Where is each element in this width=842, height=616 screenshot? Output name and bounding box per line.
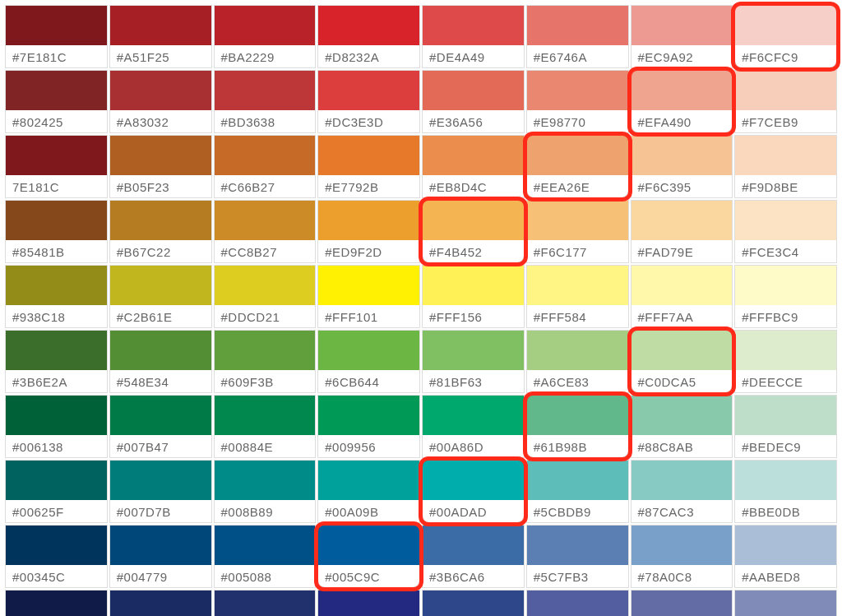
color-swatch[interactable]: #005088 [214, 525, 317, 588]
color-swatch[interactable]: #E6746A [526, 5, 629, 68]
color-swatch[interactable]: #21316E [214, 590, 317, 616]
color-swatch[interactable]: #FFF584 [526, 265, 629, 328]
color-hex-label: #FFF584 [527, 305, 628, 327]
color-swatch[interactable]: #938C18 [5, 265, 108, 328]
color-swatch[interactable]: #00ADAD [422, 460, 525, 523]
color-swatch[interactable]: #EEA26E [526, 135, 629, 198]
color-swatch[interactable]: #BBE0DB [734, 460, 837, 523]
color-swatch[interactable]: #A83032 [109, 70, 212, 133]
color-swatch[interactable]: #00625F [5, 460, 108, 523]
color-block [215, 526, 316, 565]
color-block [527, 396, 628, 435]
color-swatch[interactable]: #F9D8BE [734, 135, 837, 198]
color-swatch[interactable]: #00A86D [422, 395, 525, 458]
color-swatch[interactable]: #A51F25 [109, 5, 212, 68]
color-block [632, 6, 733, 45]
color-swatch[interactable]: #FFF101 [317, 265, 420, 328]
color-swatch[interactable]: #F6C177 [526, 200, 629, 263]
color-swatch[interactable]: #1A2A62 [109, 590, 212, 616]
color-swatch[interactable]: #BA2229 [214, 5, 317, 68]
color-swatch[interactable]: #F4B452 [422, 200, 525, 263]
color-swatch[interactable]: #A6CE83 [526, 330, 629, 393]
color-swatch[interactable]: 7E181C [5, 135, 108, 198]
color-swatch[interactable]: #007B47 [109, 395, 212, 458]
color-swatch[interactable]: #00884E [214, 395, 317, 458]
color-swatch[interactable]: #DE4A49 [422, 5, 525, 68]
color-swatch[interactable]: #802425 [5, 70, 108, 133]
color-block [735, 526, 836, 565]
color-block [215, 331, 316, 370]
color-swatch[interactable]: #CC8B27 [214, 200, 317, 263]
color-swatch[interactable]: #F6C395 [631, 135, 733, 198]
color-swatch[interactable]: #81BF63 [422, 330, 525, 393]
color-swatch[interactable]: #525EA0 [526, 590, 629, 616]
color-swatch[interactable]: #87CAC3 [631, 460, 733, 523]
color-swatch[interactable]: #6CB644 [317, 330, 420, 393]
color-swatch[interactable]: #FAD79E [631, 200, 733, 263]
color-swatch[interactable]: #3B6CA6 [422, 525, 525, 588]
color-swatch[interactable]: #BD3638 [214, 70, 317, 133]
color-swatch[interactable]: #2E478A [422, 590, 525, 616]
color-swatch[interactable]: #EFA490 [631, 70, 733, 133]
color-block [110, 331, 211, 370]
color-swatch[interactable]: #F7CEB9 [734, 70, 837, 133]
color-swatch[interactable]: #85481B [5, 200, 108, 263]
color-swatch[interactable]: #F6CFC9 [734, 5, 837, 68]
color-swatch[interactable]: #009956 [317, 395, 420, 458]
color-swatch[interactable]: #FCE3C4 [734, 200, 837, 263]
color-hex-label: #CC8B27 [215, 240, 316, 262]
color-swatch[interactable]: #636CA4 [631, 590, 733, 616]
color-swatch[interactable]: #DC3E3D [317, 70, 420, 133]
color-swatch[interactable]: #DDCD21 [214, 265, 317, 328]
color-swatch[interactable]: #ED9F2D [317, 200, 420, 263]
color-block [215, 6, 316, 45]
color-swatch[interactable]: #D8232A [317, 5, 420, 68]
color-swatch[interactable]: #C0DCA5 [631, 330, 733, 393]
color-swatch[interactable]: #FFFBC9 [734, 265, 837, 328]
color-swatch[interactable]: #FFF156 [422, 265, 525, 328]
color-swatch[interactable]: #008B89 [214, 460, 317, 523]
color-swatch[interactable]: #E36A56 [422, 70, 525, 133]
color-block [527, 526, 628, 565]
color-swatch[interactable]: #C2B61E [109, 265, 212, 328]
color-swatch[interactable]: #004779 [109, 525, 212, 588]
color-swatch[interactable]: #E7792B [317, 135, 420, 198]
color-swatch[interactable]: #5CBDB9 [526, 460, 629, 523]
color-block [423, 331, 524, 370]
color-swatch[interactable]: #5C7FB3 [526, 525, 629, 588]
color-hex-label: #DE4A49 [423, 45, 524, 67]
color-swatch[interactable]: #B05F23 [109, 135, 212, 198]
color-swatch[interactable]: #88C8AB [631, 395, 733, 458]
color-swatch[interactable]: #7E181C [5, 5, 108, 68]
color-swatch[interactable]: #101B48 [5, 590, 108, 616]
color-swatch[interactable]: #609F3B [214, 330, 317, 393]
color-swatch[interactable]: #61B98B [526, 395, 629, 458]
color-hex-label: #802425 [6, 110, 107, 132]
color-swatch[interactable]: #007D7B [109, 460, 212, 523]
color-swatch[interactable]: #B67C22 [109, 200, 212, 263]
color-swatch[interactable]: #AABED8 [734, 525, 837, 588]
color-swatch[interactable]: #548E34 [109, 330, 212, 393]
color-swatch[interactable]: #00A09B [317, 460, 420, 523]
color-swatch[interactable]: #E98770 [526, 70, 629, 133]
color-swatch[interactable]: #808BB7 [734, 590, 837, 616]
color-swatch[interactable]: #006138 [5, 395, 108, 458]
color-swatch[interactable]: #00345C [5, 525, 108, 588]
color-hex-label: #FFF156 [423, 305, 524, 327]
color-block [735, 591, 836, 616]
color-swatch[interactable]: #005C9C [317, 525, 420, 588]
color-swatch[interactable]: #EC9A92 [631, 5, 733, 68]
color-block [215, 461, 316, 500]
color-swatch[interactable]: #3B6E2A [5, 330, 108, 393]
color-block [318, 591, 419, 616]
color-block [527, 71, 628, 110]
color-swatch[interactable]: #78A0C8 [631, 525, 733, 588]
color-swatch[interactable]: #BEDEC9 [734, 395, 837, 458]
color-swatch[interactable]: #232881 [317, 590, 420, 616]
color-swatch[interactable]: #FFF7AA [631, 265, 733, 328]
color-hex-label: #E98770 [527, 110, 628, 132]
color-swatch[interactable]: #C66B27 [214, 135, 317, 198]
color-swatch[interactable]: #EB8D4C [422, 135, 525, 198]
color-swatch[interactable]: #DEECCE [734, 330, 837, 393]
color-block [110, 461, 211, 500]
